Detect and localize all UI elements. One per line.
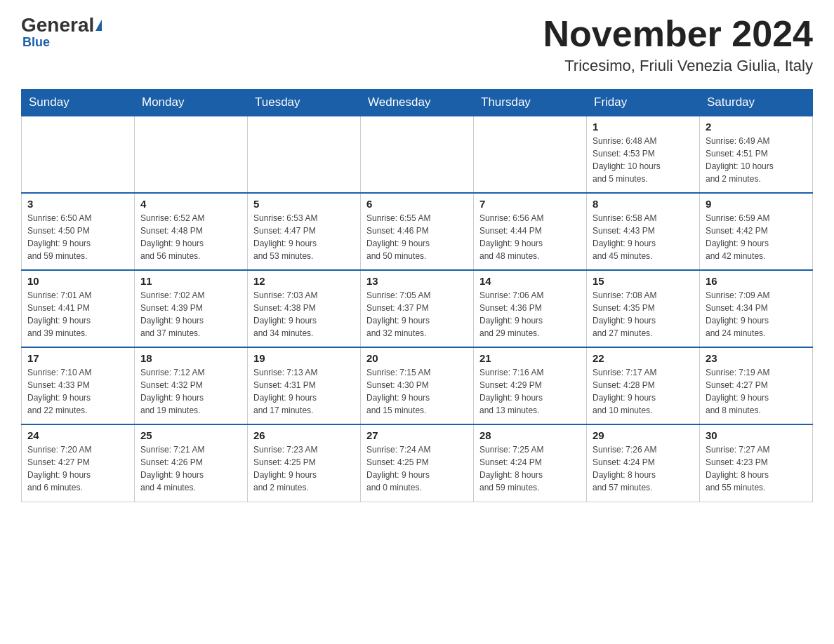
- day-number: 27: [366, 429, 468, 441]
- weekday-header-wednesday: Wednesday: [361, 90, 474, 116]
- day-number: 23: [706, 352, 807, 364]
- calendar-cell: 11Sunrise: 7:02 AM Sunset: 4:39 PM Dayli…: [135, 270, 248, 347]
- location-title: Tricesimo, Friuli Venezia Giulia, Italy: [543, 57, 813, 75]
- weekday-header-sunday: Sunday: [22, 90, 135, 116]
- calendar-cell: 27Sunrise: 7:24 AM Sunset: 4:25 PM Dayli…: [361, 424, 474, 502]
- day-info: Sunrise: 6:50 AM Sunset: 4:50 PM Dayligh…: [27, 212, 128, 262]
- day-number: 14: [479, 275, 581, 287]
- day-info: Sunrise: 7:15 AM Sunset: 4:30 PM Dayligh…: [366, 366, 468, 417]
- day-info: Sunrise: 7:21 AM Sunset: 4:26 PM Dayligh…: [140, 443, 241, 494]
- day-number: 8: [593, 198, 694, 210]
- day-number: 6: [366, 198, 468, 210]
- day-info: Sunrise: 6:48 AM Sunset: 4:53 PM Dayligh…: [593, 135, 694, 185]
- calendar-cell: 8Sunrise: 6:58 AM Sunset: 4:43 PM Daylig…: [587, 193, 700, 270]
- day-number: 3: [27, 198, 128, 210]
- day-number: 9: [706, 198, 807, 210]
- day-number: 25: [140, 429, 241, 441]
- calendar-cell: 10Sunrise: 7:01 AM Sunset: 4:41 PM Dayli…: [22, 270, 135, 347]
- day-number: 28: [479, 429, 581, 441]
- day-number: 26: [253, 429, 355, 441]
- weekday-header-tuesday: Tuesday: [248, 90, 361, 116]
- weekday-header-saturday: Saturday: [700, 90, 813, 116]
- day-info: Sunrise: 6:58 AM Sunset: 4:43 PM Dayligh…: [593, 212, 694, 262]
- calendar-cell: 3Sunrise: 6:50 AM Sunset: 4:50 PM Daylig…: [22, 193, 135, 270]
- calendar-week-row: 3Sunrise: 6:50 AM Sunset: 4:50 PM Daylig…: [22, 193, 813, 270]
- day-info: Sunrise: 6:53 AM Sunset: 4:47 PM Dayligh…: [253, 212, 355, 262]
- day-number: 21: [479, 352, 581, 364]
- calendar-cell: 23Sunrise: 7:19 AM Sunset: 4:27 PM Dayli…: [700, 347, 813, 424]
- calendar-week-row: 17Sunrise: 7:10 AM Sunset: 4:33 PM Dayli…: [22, 347, 813, 424]
- calendar-cell: 22Sunrise: 7:17 AM Sunset: 4:28 PM Dayli…: [587, 347, 700, 424]
- day-info: Sunrise: 7:19 AM Sunset: 4:27 PM Dayligh…: [706, 366, 807, 417]
- day-number: 17: [27, 352, 128, 364]
- day-info: Sunrise: 7:27 AM Sunset: 4:23 PM Dayligh…: [706, 443, 807, 494]
- day-info: Sunrise: 7:23 AM Sunset: 4:25 PM Dayligh…: [253, 443, 355, 494]
- day-number: 4: [140, 198, 241, 210]
- day-number: 5: [253, 198, 355, 210]
- weekday-header-friday: Friday: [587, 90, 700, 116]
- calendar-cell: [474, 116, 587, 193]
- month-title: November 2024: [543, 14, 813, 54]
- day-number: 2: [706, 121, 807, 133]
- calendar-cell: 17Sunrise: 7:10 AM Sunset: 4:33 PM Dayli…: [22, 347, 135, 424]
- calendar-cell: 30Sunrise: 7:27 AM Sunset: 4:23 PM Dayli…: [700, 424, 813, 502]
- weekday-header-thursday: Thursday: [474, 90, 587, 116]
- calendar-cell: 18Sunrise: 7:12 AM Sunset: 4:32 PM Dayli…: [135, 347, 248, 424]
- calendar-cell: 29Sunrise: 7:26 AM Sunset: 4:24 PM Dayli…: [587, 424, 700, 502]
- calendar-cell: 4Sunrise: 6:52 AM Sunset: 4:48 PM Daylig…: [135, 193, 248, 270]
- day-info: Sunrise: 6:55 AM Sunset: 4:46 PM Dayligh…: [366, 212, 468, 262]
- day-info: Sunrise: 7:24 AM Sunset: 4:25 PM Dayligh…: [366, 443, 468, 494]
- calendar-cell: 20Sunrise: 7:15 AM Sunset: 4:30 PM Dayli…: [361, 347, 474, 424]
- day-info: Sunrise: 6:56 AM Sunset: 4:44 PM Dayligh…: [479, 212, 581, 262]
- day-info: Sunrise: 7:12 AM Sunset: 4:32 PM Dayligh…: [140, 366, 241, 417]
- calendar-table: SundayMondayTuesdayWednesdayThursdayFrid…: [21, 89, 813, 502]
- day-info: Sunrise: 7:06 AM Sunset: 4:36 PM Dayligh…: [479, 289, 581, 340]
- title-area: November 2024 Tricesimo, Friuli Venezia …: [543, 14, 813, 75]
- calendar-cell: 25Sunrise: 7:21 AM Sunset: 4:26 PM Dayli…: [135, 424, 248, 502]
- day-info: Sunrise: 7:10 AM Sunset: 4:33 PM Dayligh…: [27, 366, 128, 417]
- calendar-cell: [361, 116, 474, 193]
- calendar-cell: 5Sunrise: 6:53 AM Sunset: 4:47 PM Daylig…: [248, 193, 361, 270]
- weekday-header-monday: Monday: [135, 90, 248, 116]
- logo-general-text: General: [21, 14, 94, 36]
- day-info: Sunrise: 7:13 AM Sunset: 4:31 PM Dayligh…: [253, 366, 355, 417]
- day-number: 11: [140, 275, 241, 287]
- day-info: Sunrise: 7:17 AM Sunset: 4:28 PM Dayligh…: [593, 366, 694, 417]
- calendar-cell: [135, 116, 248, 193]
- day-number: 30: [706, 429, 807, 441]
- calendar-cell: 19Sunrise: 7:13 AM Sunset: 4:31 PM Dayli…: [248, 347, 361, 424]
- calendar-cell: 24Sunrise: 7:20 AM Sunset: 4:27 PM Dayli…: [22, 424, 135, 502]
- day-number: 13: [366, 275, 468, 287]
- logo-icon: General: [21, 14, 102, 36]
- calendar-cell: [248, 116, 361, 193]
- calendar-cell: 12Sunrise: 7:03 AM Sunset: 4:38 PM Dayli…: [248, 270, 361, 347]
- calendar-cell: 21Sunrise: 7:16 AM Sunset: 4:29 PM Dayli…: [474, 347, 587, 424]
- day-info: Sunrise: 7:01 AM Sunset: 4:41 PM Dayligh…: [27, 289, 128, 340]
- day-info: Sunrise: 7:16 AM Sunset: 4:29 PM Dayligh…: [479, 366, 581, 417]
- day-info: Sunrise: 7:05 AM Sunset: 4:37 PM Dayligh…: [366, 289, 468, 340]
- logo: General Blue: [21, 14, 102, 50]
- day-number: 10: [27, 275, 128, 287]
- day-info: Sunrise: 7:25 AM Sunset: 4:24 PM Dayligh…: [479, 443, 581, 494]
- day-number: 19: [253, 352, 355, 364]
- day-number: 29: [593, 429, 694, 441]
- calendar-cell: 14Sunrise: 7:06 AM Sunset: 4:36 PM Dayli…: [474, 270, 587, 347]
- day-number: 16: [706, 275, 807, 287]
- header: General Blue November 2024 Tricesimo, Fr…: [21, 14, 813, 75]
- day-number: 1: [593, 121, 694, 133]
- day-info: Sunrise: 7:03 AM Sunset: 4:38 PM Dayligh…: [253, 289, 355, 340]
- day-info: Sunrise: 7:20 AM Sunset: 4:27 PM Dayligh…: [27, 443, 128, 494]
- calendar-cell: 16Sunrise: 7:09 AM Sunset: 4:34 PM Dayli…: [700, 270, 813, 347]
- calendar-cell: 6Sunrise: 6:55 AM Sunset: 4:46 PM Daylig…: [361, 193, 474, 270]
- day-number: 18: [140, 352, 241, 364]
- calendar-week-row: 24Sunrise: 7:20 AM Sunset: 4:27 PM Dayli…: [22, 424, 813, 502]
- day-info: Sunrise: 7:26 AM Sunset: 4:24 PM Dayligh…: [593, 443, 694, 494]
- day-info: Sunrise: 6:52 AM Sunset: 4:48 PM Dayligh…: [140, 212, 241, 262]
- calendar-cell: 9Sunrise: 6:59 AM Sunset: 4:42 PM Daylig…: [700, 193, 813, 270]
- day-number: 22: [593, 352, 694, 364]
- weekday-header-row: SundayMondayTuesdayWednesdayThursdayFrid…: [22, 90, 813, 116]
- day-number: 7: [479, 198, 581, 210]
- calendar-week-row: 10Sunrise: 7:01 AM Sunset: 4:41 PM Dayli…: [22, 270, 813, 347]
- calendar-cell: 28Sunrise: 7:25 AM Sunset: 4:24 PM Dayli…: [474, 424, 587, 502]
- calendar-cell: 13Sunrise: 7:05 AM Sunset: 4:37 PM Dayli…: [361, 270, 474, 347]
